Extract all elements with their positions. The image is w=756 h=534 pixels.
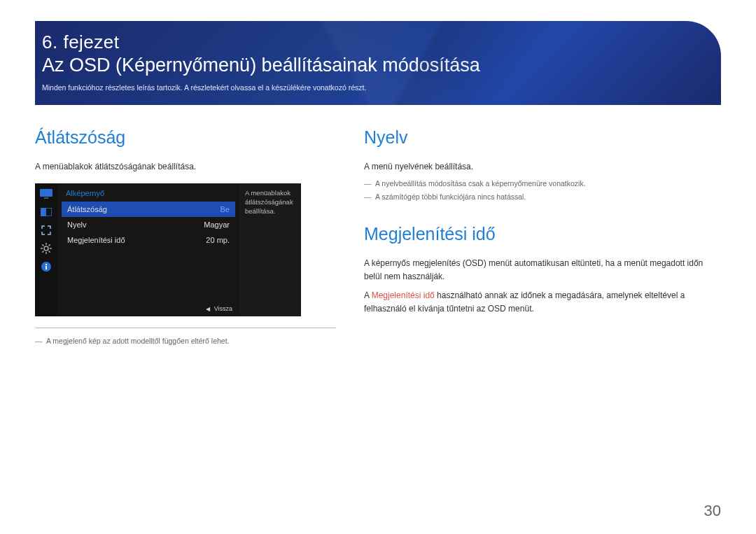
- image-disclaimer: A megjelenő kép az adott modelltől függő…: [35, 335, 336, 347]
- section-language-heading: Nyelv: [364, 127, 721, 148]
- chapter-subtitle: Minden funkcióhoz részletes leírás tarto…: [42, 83, 707, 92]
- transparency-desc: A menüablakok átlátszóságának beállítása…: [35, 160, 336, 174]
- displaytime-p1: A képernyős megjelenítés (OSD) menüt aut…: [364, 257, 721, 283]
- svg-point-4: [44, 246, 48, 251]
- svg-line-9: [42, 244, 43, 246]
- osd-row-value: Magyar: [204, 220, 230, 229]
- chevron-left-icon: ◀: [206, 306, 210, 312]
- osd-main: Alképernyő Átlátszóság Be Nyelv Magyar M…: [57, 183, 239, 316]
- gear-icon: [39, 242, 53, 255]
- osd-row-label: Nyelv: [67, 220, 87, 229]
- chapter-title: Az OSD (Képernyőmenü) beállításainak mód…: [42, 55, 707, 76]
- osd-rail: [35, 183, 57, 316]
- svg-rect-15: [46, 264, 47, 265]
- osd-row-language[interactable]: Nyelv Magyar: [62, 217, 235, 232]
- osd-row-transparency[interactable]: Átlátszóság Be: [62, 202, 235, 217]
- osd-title: Alképernyő: [62, 188, 235, 202]
- osd-back-label: Vissza: [214, 305, 232, 312]
- section-displaytime-heading: Megjelenítési idő: [364, 224, 721, 244]
- svg-rect-0: [40, 189, 52, 197]
- info-icon: [39, 260, 53, 273]
- svg-rect-14: [46, 266, 47, 269]
- svg-line-11: [42, 251, 43, 253]
- resize-icon: [39, 224, 53, 237]
- section-transparency-heading: Átlátszóság: [35, 127, 336, 148]
- language-desc: A menü nyelvének beállítása.: [364, 160, 721, 174]
- svg-rect-3: [41, 208, 46, 216]
- chapter-banner: 6. fejezet Az OSD (Képernyőmenü) beállít…: [35, 21, 721, 105]
- osd-help-panel: A menüablakok átlátszóságának beállítása…: [239, 183, 301, 316]
- language-note-1: A nyelvbeállítás módosítása csak a képer…: [364, 178, 721, 190]
- svg-line-10: [49, 251, 50, 253]
- svg-rect-1: [44, 197, 48, 199]
- osd-preview: Alképernyő Átlátszóság Be Nyelv Magyar M…: [35, 183, 301, 316]
- osd-row-label: Megjelenítési idő: [67, 236, 125, 244]
- chapter-label: 6. fejezet: [42, 31, 707, 53]
- displaytime-accent: Megjelenítési idő: [372, 290, 435, 300]
- svg-line-12: [49, 244, 50, 246]
- monitor-icon: [39, 188, 53, 200]
- osd-row-display-time[interactable]: Megjelenítési idő 20 mp.: [62, 232, 235, 248]
- divider: [35, 328, 336, 328]
- osd-row-value: Be: [220, 205, 230, 213]
- language-note-2: A számítógép többi funkciójára nincs hat…: [364, 191, 721, 203]
- osd-row-label: Átlátszóság: [67, 205, 107, 213]
- osd-row-value: 20 mp.: [206, 236, 230, 244]
- displaytime-p2: A Megjelenítési idő használható annak az…: [364, 289, 721, 316]
- osd-back[interactable]: ◀ Vissza: [206, 305, 232, 312]
- page-number: 30: [704, 502, 721, 520]
- window-icon: [39, 206, 53, 218]
